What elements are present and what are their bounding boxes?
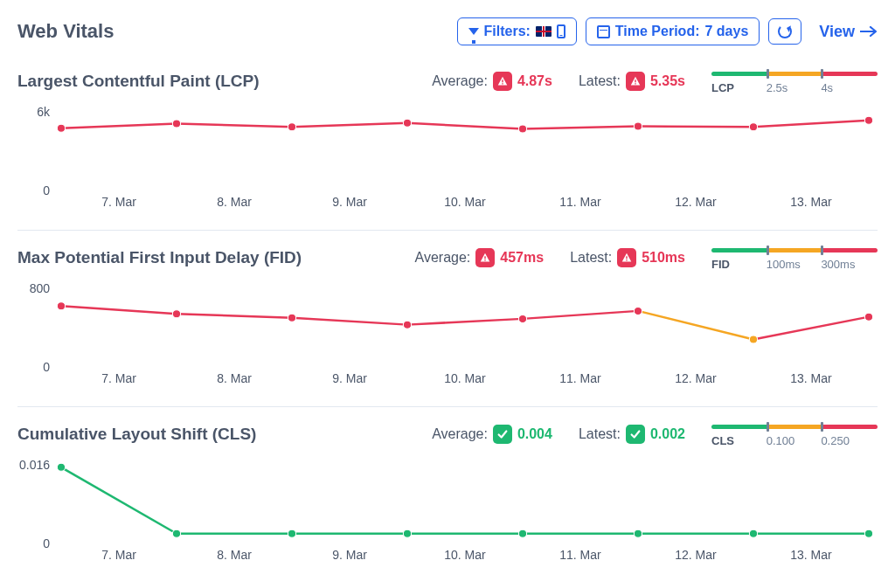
svg-line-25 <box>292 318 407 325</box>
svg-rect-2 <box>635 80 635 82</box>
stat-average: Average: 4.87s <box>432 72 552 91</box>
svg-point-47 <box>288 529 295 537</box>
check-icon <box>626 425 645 444</box>
x-axis-label: 12. Mar <box>675 548 716 562</box>
svg-line-29 <box>753 317 869 340</box>
plot-area <box>61 465 869 543</box>
chart-fid[interactable]: 800 0 7. Mar8. Mar9. Mar10. Mar11. Mar12… <box>17 288 878 389</box>
metric-stats: Average: 457ms Latest: 510ms <box>385 248 694 267</box>
svg-line-7 <box>407 123 523 129</box>
x-axis: 7. Mar8. Mar9. Mar10. Mar11. Mar12. Mar1… <box>61 371 869 389</box>
y-axis: 6k 0 <box>17 112 57 190</box>
metric-panel-fid: Max Potential First Input Delay (FID) Av… <box>17 248 878 407</box>
x-axis-label: 12. Mar <box>675 371 716 385</box>
svg-rect-20 <box>485 259 486 260</box>
svg-point-48 <box>403 529 411 537</box>
warning-icon <box>493 72 512 91</box>
refresh-button[interactable] <box>768 18 801 45</box>
metric-header: Cumulative Layout Shift (CLS) Average: 0… <box>17 425 878 447</box>
x-axis-label: 13. Mar <box>790 371 831 385</box>
threshold-name: LCP <box>711 81 767 94</box>
y-axis-label: 0 <box>43 183 50 197</box>
stat-label: Latest: <box>579 426 621 442</box>
threshold-bar <box>711 72 878 76</box>
svg-point-45 <box>57 463 65 471</box>
svg-point-36 <box>749 336 757 343</box>
threshold-widget: CLS 0.100 0.250 <box>711 425 878 447</box>
metric-title: Max Potential First Input Delay (FID) <box>17 248 367 267</box>
svg-point-13 <box>288 123 295 131</box>
x-axis-label: 8. Mar <box>217 548 252 562</box>
x-axis-label: 8. Mar <box>217 195 252 209</box>
warning-icon <box>475 248 495 267</box>
stat-value: 4.87s <box>517 73 552 89</box>
mobile-device-icon <box>557 24 565 38</box>
refresh-icon <box>778 24 792 38</box>
x-axis-label: 11. Mar <box>559 548 600 562</box>
stat-label: Average: <box>432 73 488 89</box>
svg-point-12 <box>172 120 180 128</box>
svg-line-26 <box>407 319 523 325</box>
y-axis-label: 0.016 <box>19 458 50 472</box>
x-axis-label: 8. Mar <box>217 371 252 385</box>
svg-line-38 <box>61 467 177 534</box>
x-axis-label: 13. Mar <box>790 548 831 562</box>
calendar-icon <box>597 25 610 38</box>
metric-title: Cumulative Layout Shift (CLS) <box>17 425 367 444</box>
y-axis-label: 6k <box>37 105 50 119</box>
warning-icon <box>626 72 645 91</box>
filters-button[interactable]: Filters: <box>457 17 577 45</box>
stat-label: Average: <box>432 426 488 442</box>
chart-lcp[interactable]: 6k 0 7. Mar8. Mar9. Mar10. Mar11. Mar12.… <box>17 112 878 212</box>
svg-line-9 <box>638 127 753 128</box>
svg-rect-19 <box>485 256 486 259</box>
svg-line-4 <box>61 124 177 128</box>
stat-value: 457ms <box>500 250 544 266</box>
x-axis-label: 13. Mar <box>790 195 831 209</box>
x-axis: 7. Mar8. Mar9. Mar10. Mar11. Mar12. Mar1… <box>61 548 869 565</box>
metric-panel-lcp: Largest Contentful Paint (LCP) Average: … <box>17 72 878 231</box>
x-axis-label: 7. Mar <box>101 548 136 562</box>
svg-rect-1 <box>502 83 503 84</box>
threshold-t2: 4s <box>821 81 833 94</box>
threshold-t2: 300ms <box>821 258 855 271</box>
svg-point-17 <box>749 123 757 131</box>
filters-label: Filters: <box>484 24 531 39</box>
chart-cls[interactable]: 0.016 0 7. Mar8. Mar9. Mar10. Mar11. Mar… <box>17 465 878 565</box>
header-controls: Filters: Time Period: 7 days View <box>457 17 878 45</box>
y-axis-label: 800 <box>30 281 50 295</box>
svg-point-30 <box>57 302 65 310</box>
time-period-button[interactable]: Time Period: 7 days <box>586 17 760 45</box>
metric-title: Largest Contentful Paint (LCP) <box>17 72 367 91</box>
svg-rect-0 <box>502 80 503 82</box>
page-header: Web Vitals Filters: Time Period: 7 days … <box>17 17 878 45</box>
svg-point-11 <box>57 124 65 132</box>
x-axis-label: 7. Mar <box>101 195 136 209</box>
x-axis-label: 10. Mar <box>444 371 485 385</box>
y-axis-label: 0 <box>43 360 50 374</box>
view-label: View <box>819 23 855 41</box>
uk-flag-icon <box>536 26 552 37</box>
svg-rect-22 <box>626 259 627 260</box>
svg-line-23 <box>61 306 177 314</box>
threshold-name: FID <box>711 258 767 271</box>
svg-rect-21 <box>626 256 627 259</box>
svg-point-16 <box>634 122 642 130</box>
x-axis-label: 11. Mar <box>559 371 600 385</box>
warning-icon <box>617 248 636 267</box>
stat-value: 5.35s <box>650 73 685 89</box>
stat-value: 0.002 <box>650 426 685 442</box>
threshold-t1: 2.5s <box>767 81 822 94</box>
x-axis-label: 9. Mar <box>332 195 367 209</box>
x-axis: 7. Mar8. Mar9. Mar10. Mar11. Mar12. Mar1… <box>61 195 869 212</box>
metric-panel-cls: Cumulative Layout Shift (CLS) Average: 0… <box>17 425 878 583</box>
view-link[interactable]: View <box>819 23 878 41</box>
threshold-t1: 0.100 <box>767 434 822 447</box>
svg-line-8 <box>523 127 638 129</box>
svg-point-34 <box>518 315 526 322</box>
threshold-name: CLS <box>711 434 767 447</box>
stat-latest: Latest: 5.35s <box>579 72 685 91</box>
threshold-bar <box>711 248 878 252</box>
threshold-labels: LCP 2.5s 4s <box>711 81 878 94</box>
y-axis: 0.016 0 <box>17 465 57 543</box>
